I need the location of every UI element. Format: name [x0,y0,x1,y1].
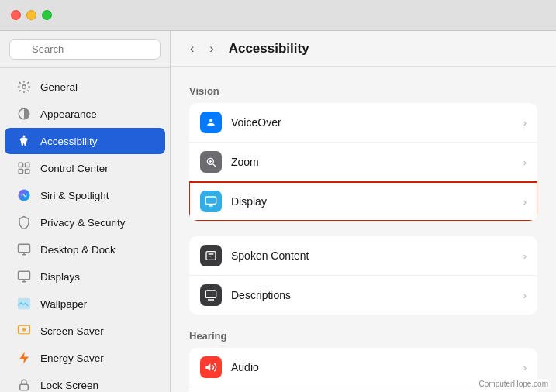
svg-rect-8 [19,244,30,253]
sidebar-item-appearance-label: Appearance [40,108,97,120]
voiceover-label: VoiceOver [231,116,523,129]
sidebar-item-lock-screen-label: Lock Screen [40,380,98,391]
watermark: ComputerHope.com [476,379,551,389]
spoken-content-row[interactable]: Spoken Content › [189,236,537,276]
svg-rect-6 [26,170,29,174]
close-button[interactable] [11,10,21,20]
spoken-content-label: Spoken Content [231,249,523,262]
forward-button[interactable]: › [205,40,217,57]
hearing-section-label: Hearing [189,330,537,342]
sidebar-item-accessibility-label: Accessibility [40,136,98,147]
svg-rect-18 [20,384,29,390]
audio-chevron: › [523,362,527,373]
sidebar-item-siri-label: Siri & Spotlight [40,190,109,201]
sidebar-item-lock-screen[interactable]: Lock Screen [5,372,165,392]
svg-rect-5 [19,170,22,174]
audio-icon [200,356,222,378]
traffic-lights [11,10,52,20]
sidebar-item-appearance[interactable]: Appearance [5,101,165,127]
sidebar-item-siri-spotlight[interactable]: Siri & Spotlight [5,182,165,208]
page-title: Accessibility [229,41,309,57]
sidebar-item-general-label: General [40,81,78,93]
zoom-icon [200,151,222,173]
svg-point-0 [22,85,26,89]
display-label: Display [231,195,523,208]
title-bar [0,0,556,31]
sidebar-item-accessibility[interactable]: Accessibility [5,128,165,154]
energy-saver-icon [16,349,33,366]
zoom-row[interactable]: Zoom › [189,143,537,182]
sidebar: 🔍 General [0,31,171,392]
general-icon [16,78,33,95]
lock-screen-icon [16,377,33,392]
sidebar-item-wallpaper[interactable]: Wallpaper [5,291,165,317]
display-row[interactable]: Display › [189,182,537,221]
sidebar-item-displays[interactable]: Displays [5,263,165,290]
detail-body: Vision VoiceOver › [171,67,556,392]
svg-rect-11 [19,271,30,280]
sidebar-item-desktop-dock[interactable]: Desktop & Dock [5,236,165,263]
sidebar-item-wallpaper-label: Wallpaper [40,298,87,310]
display-icon [200,191,222,212]
svg-rect-30 [205,291,216,297]
display-chevron: › [523,196,527,208]
search-input[interactable] [9,39,161,60]
audio-label: Audio [231,361,523,373]
back-button[interactable]: ‹ [186,40,198,57]
sidebar-item-screen-saver[interactable]: Screen Saver [5,318,165,344]
sidebar-item-displays-label: Displays [40,271,80,283]
sidebar-item-control-center-label: Control Center [40,163,109,174]
spoken-content-chevron: › [523,250,527,262]
svg-line-21 [213,164,216,167]
fullscreen-button[interactable] [42,10,52,20]
minimize-button[interactable] [26,10,36,20]
control-center-icon [16,160,33,177]
svg-point-16 [22,328,26,332]
search-wrapper: 🔍 [9,39,161,60]
detail-panel: ‹ › Accessibility Vision VoiceOver › [171,31,556,392]
svg-rect-4 [26,163,29,167]
svg-rect-3 [19,163,22,167]
sidebar-item-privacy-label: Privacy & Security [40,217,126,229]
zoom-chevron: › [523,156,527,168]
sidebar-item-desktop-label: Desktop & Dock [40,244,116,256]
sidebar-list: General Appearance [0,68,170,392]
vision-group: VoiceOver › Zoom › [189,103,537,221]
detail-header: ‹ › Accessibility [171,31,556,67]
descriptions-label: Descriptions [231,289,523,301]
search-container: 🔍 [0,31,170,68]
siri-icon [16,187,33,204]
wallpaper-icon [16,295,33,312]
sidebar-item-control-center[interactable]: Control Center [5,155,165,181]
sidebar-item-screen-saver-label: Screen Saver [40,325,104,337]
spoken-group: Spoken Content › Descriptions › [189,236,537,315]
vision-section-label: Vision [189,85,537,97]
descriptions-row[interactable]: Descriptions › [189,276,537,315]
accessibility-icon [16,132,33,150]
sidebar-item-energy-saver[interactable]: Energy Saver [5,345,165,371]
svg-rect-24 [205,197,216,204]
displays-icon [16,268,33,285]
voiceover-icon [200,112,222,133]
desktop-icon [16,241,33,258]
zoom-label: Zoom [231,156,523,168]
svg-point-2 [23,136,26,138]
svg-marker-17 [19,352,29,364]
sidebar-item-privacy-security[interactable]: Privacy & Security [5,209,165,236]
appearance-icon [16,105,33,122]
descriptions-icon [200,284,222,306]
screen-saver-icon [16,322,33,339]
spoken-content-icon [200,245,222,266]
main-content: 🔍 General [0,31,556,392]
privacy-icon [16,214,33,231]
voiceover-chevron: › [523,117,527,129]
sidebar-item-energy-saver-label: Energy Saver [40,352,104,364]
descriptions-chevron: › [523,290,527,301]
voiceover-row[interactable]: VoiceOver › [189,103,537,143]
svg-point-19 [209,119,212,122]
sidebar-item-general[interactable]: General [5,74,165,100]
